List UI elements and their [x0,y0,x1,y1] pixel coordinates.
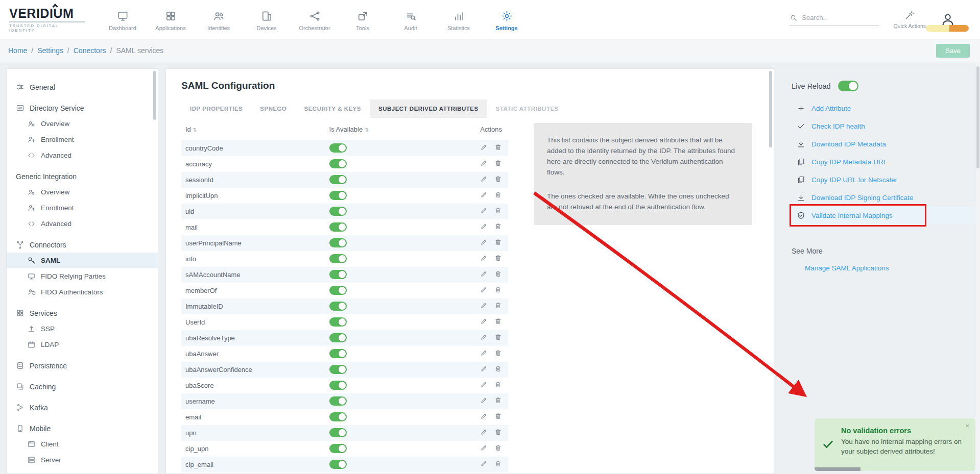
edit-icon[interactable] [480,444,488,452]
breadcrumb-link[interactable]: SAML services [116,46,163,55]
sidebar-item[interactable]: Enrollment [7,200,158,216]
delete-icon[interactable] [494,428,502,436]
edit-icon[interactable] [480,191,488,198]
sidebar-item[interactable]: Server [7,452,158,468]
availability-toggle[interactable] [329,159,347,168]
breadcrumb-link[interactable]: Home [8,46,27,55]
delete-icon[interactable] [494,254,502,262]
veridium-logo[interactable]: VERIDIUM TRUSTED DIGITAL IDENTITY [9,6,86,33]
delete-icon[interactable] [494,349,502,357]
availability-toggle[interactable] [329,302,347,311]
edit-icon[interactable] [480,238,488,246]
nav-item[interactable]: Settings [485,8,528,31]
availability-toggle[interactable] [329,396,347,406]
sidebar-item[interactable]: FIDO Relying Parties [7,268,158,284]
sidebar-item[interactable]: Persistence [7,358,158,373]
delete-icon[interactable] [494,238,502,246]
availability-toggle[interactable] [329,238,347,247]
sidebar-item[interactable]: Connectors [7,237,158,253]
scrollbar-thumb[interactable] [769,71,772,147]
tab[interactable]: SPNEGO [251,99,295,118]
availability-toggle[interactable] [329,444,347,453]
delete-icon[interactable] [494,460,502,467]
scrollbar-thumb[interactable] [153,71,156,120]
availability-toggle[interactable] [329,207,347,216]
availability-toggle[interactable] [329,349,347,358]
availability-toggle[interactable] [329,143,347,153]
availability-toggle[interactable] [329,365,347,374]
tab[interactable]: IDP PROPERTIES [181,99,251,118]
availability-toggle[interactable] [329,254,347,263]
sidebar-item[interactable]: FIDO Authenticators [7,284,158,300]
availability-toggle[interactable] [329,175,347,184]
nav-item[interactable]: Applications [149,8,192,31]
availability-toggle[interactable] [329,317,347,327]
nav-item[interactable]: Dashboard [101,8,144,31]
delete-icon[interactable] [494,286,502,293]
edit-icon[interactable] [480,365,488,372]
delete-icon[interactable] [494,270,502,278]
availability-toggle[interactable] [329,412,347,421]
edit-icon[interactable] [480,428,488,436]
edit-icon[interactable] [480,302,488,309]
sidebar-item[interactable]: Mobile [7,420,158,436]
edit-icon[interactable] [480,412,488,420]
delete-icon[interactable] [494,222,502,230]
edit-icon[interactable] [480,381,488,388]
edit-icon[interactable] [480,222,488,230]
edit-icon[interactable] [480,333,488,341]
search-input[interactable] [802,14,871,21]
edit-icon[interactable] [480,460,488,467]
sidebar-item[interactable]: General [7,79,158,95]
sidebar-item[interactable]: Enrollment [7,132,158,147]
delete-icon[interactable] [494,381,502,388]
sidebar-item[interactable]: Overview [7,116,158,132]
page-scrollbar[interactable] [976,62,980,474]
sidebar-item[interactable]: Generic Integration [7,168,158,184]
delete-icon[interactable] [494,444,502,452]
availability-toggle[interactable] [329,270,347,279]
availability-toggle[interactable] [329,222,347,232]
panel-action[interactable]: Add Attribute [792,99,976,117]
delete-icon[interactable] [494,302,502,309]
live-reload-toggle[interactable] [838,81,858,91]
delete-icon[interactable] [494,207,502,214]
availability-toggle[interactable] [329,381,347,390]
panel-action[interactable]: Download IDP Metadata [792,135,976,153]
availability-toggle[interactable] [329,286,347,295]
sidebar-item[interactable]: Advanced [7,147,158,163]
delete-icon[interactable] [494,159,502,167]
manage-saml-applications-link[interactable]: Manage SAML Applications [805,264,889,272]
nav-item[interactable]: Tools [341,8,384,31]
breadcrumb-link[interactable]: Conectors [74,46,106,55]
toast-close-icon[interactable]: × [965,422,969,430]
column-header-available[interactable]: Is Available⇅ [325,118,459,140]
availability-toggle[interactable] [329,191,347,200]
nav-item[interactable]: Identities [197,8,240,31]
delete-icon[interactable] [494,175,502,183]
nav-item[interactable]: Devices [245,8,288,31]
edit-icon[interactable] [480,143,488,151]
panel-action[interactable]: Check IDP health [792,117,976,135]
tab[interactable]: SECURITY & KEYS [296,99,370,118]
panel-action[interactable]: Copy IDP Metadata URL [792,153,976,171]
column-header-id[interactable]: Id⇅ [181,118,325,140]
edit-icon[interactable] [480,317,488,325]
sidebar-item[interactable]: Advanced [7,216,158,232]
delete-icon[interactable] [494,365,502,372]
edit-icon[interactable] [480,270,488,278]
sidebar-item[interactable]: SAML [7,253,158,268]
delete-icon[interactable] [494,143,502,151]
availability-toggle[interactable] [329,428,347,437]
sidebar-item[interactable]: Services [7,305,158,321]
sidebar-item[interactable]: SSP [7,321,158,337]
nav-item[interactable]: Audit [389,8,432,31]
edit-icon[interactable] [480,207,488,214]
sidebar-scrollbar[interactable] [153,71,156,471]
panel-action[interactable]: Download IDP Signing Certificate [792,189,976,207]
scrollbar-thumb[interactable] [976,66,979,168]
delete-icon[interactable] [494,191,502,198]
sidebar-item[interactable]: Overview [7,184,158,200]
sidebar-item[interactable]: Kafka [7,400,158,415]
sidebar-item[interactable]: Directory Service [7,100,158,116]
